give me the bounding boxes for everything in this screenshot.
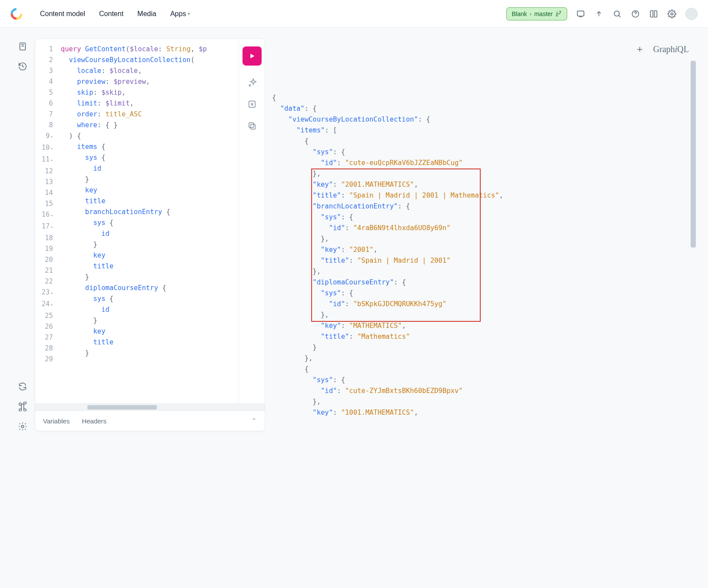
settings-icon[interactable]	[667, 9, 677, 19]
nav-content-model[interactable]: Content model	[40, 10, 85, 18]
vertical-scrollbar[interactable]	[691, 61, 696, 261]
svg-rect-11	[249, 123, 253, 128]
code-content[interactable]: query GetContent($locale: String, $p vie…	[57, 39, 239, 403]
tab-variables[interactable]: Variables	[43, 417, 70, 425]
svg-point-6	[671, 13, 673, 15]
graphiql-sidebar	[10, 38, 35, 431]
graphiql-brand: GraphiQL	[653, 44, 689, 54]
search-icon[interactable]	[612, 9, 622, 19]
branch-icon	[555, 11, 562, 17]
history-icon[interactable]	[18, 62, 27, 71]
editor-bottom-tabs: Variables Headers ⌃	[35, 410, 265, 431]
chevron-up-icon[interactable]: ⌃	[251, 417, 257, 425]
nav-media[interactable]: Media	[137, 10, 156, 18]
main-area: 1234567891011121314151617181920212223242…	[0, 28, 708, 442]
help-icon[interactable]	[631, 9, 640, 19]
result-header: ＋ GraphiQL	[265, 38, 698, 60]
gear-icon[interactable]	[18, 422, 27, 431]
query-editor-panel: 1234567891011121314151617181920212223242…	[35, 38, 265, 431]
chevron-right-icon: ›	[530, 10, 532, 17]
topbar: Content model Content Media Apps▾ Blank …	[0, 0, 708, 28]
environment-selector[interactable]: Blank › master	[506, 7, 568, 20]
refresh-icon[interactable]	[18, 382, 27, 391]
merge-icon[interactable]	[247, 99, 257, 109]
main-nav: Content model Content Media Apps▾	[40, 10, 190, 18]
prettify-icon[interactable]	[247, 78, 257, 87]
graphql-editor[interactable]: 1234567891011121314151617181920212223242…	[35, 39, 239, 403]
keyboard-shortcuts-icon[interactable]	[18, 402, 27, 411]
chevron-down-icon: ▾	[188, 11, 190, 16]
svg-point-8	[21, 425, 24, 428]
contentful-logo	[10, 8, 23, 20]
topbar-right: Blank › master	[506, 7, 698, 20]
svg-rect-3	[578, 11, 584, 16]
svg-point-4	[614, 11, 619, 16]
docs-icon[interactable]	[649, 9, 658, 19]
line-gutter: 1234567891011121314151617181920212223242…	[35, 39, 57, 403]
quick-actions-icon[interactable]	[576, 9, 585, 19]
space-name: Blank	[512, 10, 527, 17]
add-tab-icon[interactable]: ＋	[635, 43, 645, 56]
upload-icon[interactable]	[594, 9, 604, 19]
docs-explorer-icon[interactable]	[18, 42, 27, 51]
nav-apps[interactable]: Apps▾	[170, 10, 190, 18]
copy-icon[interactable]	[247, 121, 257, 131]
horizontal-scrollbar[interactable]	[35, 403, 265, 410]
workspace: 1234567891011121314151617181920212223242…	[35, 38, 698, 431]
nav-content[interactable]: Content	[99, 10, 123, 18]
svg-rect-7	[20, 43, 26, 50]
environment-name: master	[534, 10, 553, 17]
result-panel: ＋ GraphiQL { "data": { "viewCourseByLoca…	[265, 38, 698, 431]
user-avatar[interactable]	[685, 8, 698, 20]
execute-button[interactable]	[243, 46, 262, 66]
tab-headers[interactable]: Headers	[82, 417, 106, 425]
result-json[interactable]: { "data": { "viewCourseByLocationCollect…	[265, 60, 698, 431]
svg-rect-10	[250, 124, 255, 129]
editor-tools	[239, 39, 265, 403]
